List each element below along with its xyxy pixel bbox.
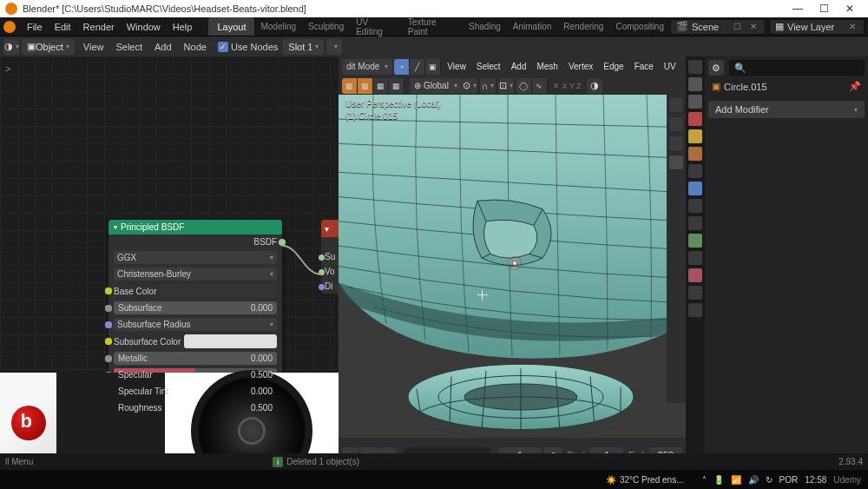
property-tab[interactable]: [688, 95, 702, 109]
socket-input[interactable]: [105, 338, 112, 345]
vp-menu-edge[interactable]: Edge: [599, 62, 628, 71]
property-tab[interactable]: [688, 112, 702, 126]
vp-gizmo-icon[interactable]: [669, 117, 683, 131]
property-tab[interactable]: [688, 268, 702, 282]
mesh-shading-2-button[interactable]: ▦: [358, 78, 373, 94]
vp-menu-mesh[interactable]: Mesh: [532, 62, 562, 71]
subsurf-method-dropdown[interactable]: Christensen-Burley▾: [114, 268, 277, 281]
taskbar-lang[interactable]: POR: [779, 475, 799, 485]
socket-volume[interactable]: [319, 269, 325, 275]
props-search-input[interactable]: 🔍: [729, 60, 865, 76]
socket-output-bsdf[interactable]: [279, 239, 286, 246]
tab-sculpting[interactable]: Sculpting: [302, 17, 350, 36]
property-tab[interactable]: [688, 199, 702, 213]
tab-compositing[interactable]: Compositing: [609, 17, 670, 36]
vp-xray-icon[interactable]: [669, 155, 683, 169]
add-modifier-dropdown[interactable]: Add Modifier ▾: [708, 101, 865, 118]
property-tab[interactable]: [688, 147, 702, 161]
tray-sync-icon[interactable]: ↻: [766, 475, 773, 485]
mesh-shading-4-button[interactable]: ▦: [389, 78, 404, 94]
socket-displacement[interactable]: [319, 284, 325, 290]
prop-falloff-button[interactable]: ∿: [532, 78, 548, 94]
tab-rendering[interactable]: Rendering: [557, 17, 609, 36]
node-header[interactable]: ▾ Principled BSDF: [108, 220, 282, 235]
window-minimize-button[interactable]: —: [785, 3, 811, 15]
scene-browse-icon[interactable]: ☐: [731, 22, 744, 31]
socket-surface[interactable]: [319, 254, 325, 261]
socket-input[interactable]: [105, 305, 112, 312]
node-dropdown[interactable]: Subsurface Radius▾: [114, 318, 277, 331]
property-tab[interactable]: [688, 251, 702, 265]
pivot-button[interactable]: ⊙▾: [462, 78, 477, 94]
socket-input[interactable]: [105, 287, 112, 294]
menu-edit[interactable]: Edit: [49, 22, 77, 32]
viewlayer-selector[interactable]: ▦ View Layer ✕: [769, 19, 865, 35]
property-tab[interactable]: [688, 182, 702, 195]
editor-type-button[interactable]: ◑▾: [3, 39, 19, 55]
node-slider[interactable]: Subsurface0.000: [114, 301, 277, 314]
object-mode-dropdown[interactable]: ▣ Object▾: [22, 39, 75, 55]
viewport-3d[interactable]: User Perspective (Local) (1) Circle.015: [339, 95, 686, 438]
color-well[interactable]: [160, 284, 277, 298]
tab-uv[interactable]: UV Editing: [350, 17, 402, 36]
property-tab[interactable]: [688, 234, 702, 248]
window-maximize-button[interactable]: ☐: [811, 3, 837, 15]
vertex-select-button[interactable]: ▪: [394, 59, 410, 75]
tab-shading[interactable]: Shading: [463, 17, 507, 36]
menu-window[interactable]: Window: [121, 22, 167, 32]
tab-animation[interactable]: Animation: [507, 17, 557, 36]
slot-browse-button[interactable]: ▾: [326, 39, 342, 55]
property-tab[interactable]: [688, 129, 702, 143]
node-slider[interactable]: Metallic0.000: [114, 352, 277, 365]
snap-button[interactable]: ∩▾: [480, 78, 496, 94]
tray-wifi-icon[interactable]: 📶: [731, 475, 741, 485]
window-close-button[interactable]: ✕: [837, 3, 863, 15]
distribution-dropdown[interactable]: GGX▾: [114, 251, 277, 264]
tab-layout[interactable]: Layout: [208, 17, 254, 36]
property-tab[interactable]: [688, 216, 702, 230]
vp-menu-uv[interactable]: UV: [660, 62, 681, 71]
tray-chevron-icon[interactable]: ˄: [702, 475, 707, 485]
vp-options-icon[interactable]: [669, 98, 683, 112]
tab-modeling[interactable]: Modeling: [254, 17, 302, 36]
props-options-button[interactable]: ⚙: [708, 60, 724, 76]
ne-menu-select[interactable]: Select: [109, 42, 148, 52]
node-material-output-partial[interactable]: ▾ Su Vo Di: [321, 220, 339, 294]
tray-battery-icon[interactable]: 🔋: [713, 475, 724, 485]
ne-menu-view[interactable]: View: [77, 42, 110, 52]
tab-texture[interactable]: Texture Paint: [402, 17, 463, 36]
prop-edit-button[interactable]: ◯: [516, 78, 532, 94]
menu-render[interactable]: Render: [77, 22, 121, 32]
vp-overlay-icon[interactable]: [669, 136, 683, 150]
viewlayer-close-icon[interactable]: ✕: [846, 22, 858, 31]
vp-menu-vertex[interactable]: Vertex: [564, 62, 597, 71]
scene-close-icon[interactable]: ✕: [747, 22, 760, 31]
vp-menu-add[interactable]: Add: [507, 62, 531, 71]
orientation-dropdown[interactable]: ⊕ Global▾: [410, 78, 462, 94]
snap-target-button[interactable]: ⊡▾: [498, 78, 514, 94]
ne-menu-node[interactable]: Node: [178, 42, 213, 52]
taskbar-time[interactable]: 12:58: [805, 475, 826, 485]
vp-menu-face[interactable]: Face: [630, 62, 658, 71]
vp-menu-select[interactable]: Select: [472, 62, 505, 71]
tray-sound-icon[interactable]: 🔊: [748, 475, 759, 485]
use-nodes-checkbox[interactable]: ✓ Use Nodes: [218, 42, 278, 52]
property-tab[interactable]: [688, 77, 702, 91]
menu-help[interactable]: Help: [167, 22, 199, 32]
socket-input[interactable]: [105, 321, 112, 328]
edge-select-button[interactable]: ╱: [410, 59, 425, 75]
property-tab[interactable]: [688, 303, 702, 317]
color-well[interactable]: [184, 334, 277, 348]
vp-menu-view[interactable]: View: [443, 62, 470, 71]
node-editor-area[interactable]: > ▾ Principled BSDF BSDF GGX▾ Christense…: [0, 56, 339, 472]
socket-input[interactable]: [105, 355, 112, 362]
menu-file[interactable]: File: [21, 22, 49, 32]
mode-dropdown[interactable]: dit Mode▾: [342, 59, 392, 75]
property-tab[interactable]: [688, 164, 702, 178]
taskbar-weather[interactable]: ☀️ 32°C Pred ens...: [606, 475, 683, 485]
property-tab[interactable]: [688, 60, 702, 74]
mesh-shading-3-button[interactable]: ▦: [373, 78, 389, 94]
mesh-shading-1-button[interactable]: ▦: [342, 78, 358, 94]
scene-selector[interactable]: 🎬 Scene ☐ ✕: [670, 19, 766, 35]
property-tab[interactable]: [688, 286, 702, 300]
